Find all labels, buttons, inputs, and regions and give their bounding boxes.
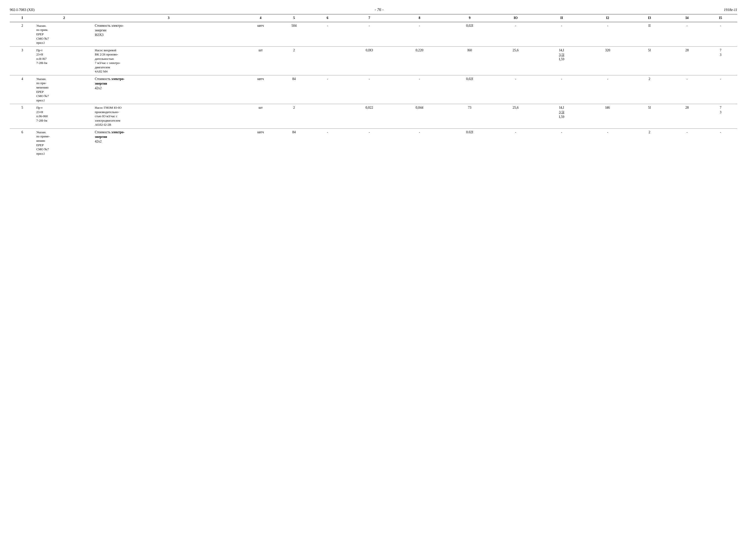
col-header-2: 2 <box>35 15 94 22</box>
table-row: 5 Пр-т 23-0I п.06-060 7-28I-Iм Насос ГНО… <box>10 104 737 129</box>
row-num: 5 <box>10 104 35 129</box>
row-col10: - <box>495 128 537 157</box>
row-col3: Стоимость электро- энергии 42х2 <box>94 75 244 104</box>
row-col9: 0,02I <box>445 22 495 47</box>
row-col6 <box>311 47 344 75</box>
col-header-10: IO <box>495 15 537 22</box>
row-col6: - <box>311 128 344 157</box>
row-col3: Стоимость электро- энергии I63Х3 <box>94 22 244 47</box>
row-col4: квтч <box>244 22 278 47</box>
row-col14: - <box>670 22 704 47</box>
row-col7: - <box>344 75 394 104</box>
row-col10: - <box>495 75 537 104</box>
row-col12: - <box>587 75 628 104</box>
row-col14: 28 <box>670 104 704 129</box>
row-col8: 0,220 <box>394 47 444 75</box>
table-row: 6 Указан. по приме- нению ЕРЕР СМО №7 пр… <box>10 128 737 157</box>
row-col9: 0,02I <box>445 75 495 104</box>
col-header-12: I2 <box>587 15 628 22</box>
row-col7: 0,022 <box>344 104 394 129</box>
row-col10: - <box>495 22 537 47</box>
row-num: 6 <box>10 128 35 157</box>
row-col14: - <box>670 75 704 104</box>
row-col13: 5I <box>628 47 670 75</box>
row-col15: 73 <box>704 47 737 75</box>
row-col7: - <box>344 22 394 47</box>
row-col2: Пр-т 23-0I п.0I-I67 7-28I-Iм <box>35 47 94 75</box>
row-col9: 0.02I <box>445 128 495 157</box>
row-col10: 25,6 <box>495 47 537 75</box>
row-col8: - <box>394 75 444 104</box>
row-col4: шт <box>244 47 278 75</box>
col-header-9: 9 <box>445 15 495 22</box>
row-col14: 28 <box>670 47 704 75</box>
row-col12: - <box>587 128 628 157</box>
row-col15: 73 <box>704 104 737 129</box>
row-num: 2 <box>10 22 35 47</box>
row-col5: 2 <box>277 47 311 75</box>
main-table: I 2 3 4 5 6 7 8 9 IO II I2 I3 I4 I5 2 Ук… <box>10 15 737 157</box>
table-row: 2 Указан. по прим. ЕРЕР СМО №7 прил.I Ст… <box>10 22 737 47</box>
row-col5: 2 <box>277 104 311 129</box>
row-col3: Насос ГНОМ IO-IO производительно- стью I… <box>94 104 244 129</box>
row-col13: II <box>628 22 670 47</box>
row-col15: - <box>704 75 737 104</box>
row-col13: 2 <box>628 128 670 157</box>
col-header-7: 7 <box>344 15 394 22</box>
row-col15: - <box>704 128 737 157</box>
row-col2: Пр-т 23-0I п.06-060 7-28I-Iм <box>35 104 94 129</box>
row-col10: 25,6 <box>495 104 537 129</box>
row-col8: - <box>394 22 444 47</box>
row-col8: - <box>394 128 444 157</box>
row-col9: 73 <box>445 104 495 129</box>
page-header: 902-I-7083 (XII) - 76 - 1918e-11 <box>10 7 737 12</box>
row-col15: - <box>704 22 737 47</box>
row-num: 3 <box>10 47 35 75</box>
col-header-13: I3 <box>628 15 670 22</box>
row-col11: - <box>537 75 587 104</box>
col-header-3: 3 <box>94 15 244 22</box>
row-col11: - <box>537 128 587 157</box>
row-col5: 84 <box>277 75 311 104</box>
doc-date: 1918e-11 <box>724 8 737 12</box>
row-col13: 2 <box>628 75 670 104</box>
col-header-11: II <box>537 15 587 22</box>
col-header-1: I <box>10 15 35 22</box>
row-col6 <box>311 104 344 129</box>
col-header-8: 8 <box>394 15 444 22</box>
row-col5: 84 <box>277 128 311 157</box>
col-header-6: 6 <box>311 15 344 22</box>
row-col11: - <box>537 22 587 47</box>
row-col2: Указан. по прим. ЕРЕР СМО №7 прил.I <box>35 22 94 47</box>
row-col13: 5I <box>628 104 670 129</box>
row-col11: I4,I 3,5I I,59 <box>537 104 587 129</box>
col-header-4: 4 <box>244 15 278 22</box>
row-col7: - <box>344 128 394 157</box>
row-col5: 504 <box>277 22 311 47</box>
table-row: 3 Пр-т 23-0I п.0I-I67 7-28I-Iм Насос вих… <box>10 47 737 75</box>
row-col3: Насос вихревой ВК 2/26 произво- дительно… <box>94 47 244 75</box>
row-col6: - <box>311 22 344 47</box>
row-col7: 0,IIO <box>344 47 394 75</box>
col-header-14: I4 <box>670 15 704 22</box>
row-col4: шт <box>244 104 278 129</box>
col-header-15: I5 <box>704 15 737 22</box>
row-col2: Указан. по приме- нению ЕРЕР СМО №7 прил… <box>35 128 94 157</box>
row-col9: I60 <box>445 47 495 75</box>
column-header-row: I 2 3 4 5 6 7 8 9 IO II I2 I3 I4 I5 <box>10 15 737 22</box>
row-col12: I46 <box>587 104 628 129</box>
row-col11: I4,I 3,5I I,59 <box>537 47 587 75</box>
row-col3: Стоимость электро- энергии 42х2 <box>94 128 244 157</box>
row-col8: 0,044 <box>394 104 444 129</box>
row-col4: квтч <box>244 128 278 157</box>
row-col14: - <box>670 128 704 157</box>
row-col4: квтч <box>244 75 278 104</box>
col-header-5: 5 <box>277 15 311 22</box>
row-col6: - <box>311 75 344 104</box>
row-col12: - <box>587 22 628 47</box>
row-num: 4 <box>10 75 35 104</box>
page-number: - 76 - <box>375 7 384 12</box>
row-col2: Указан. по при- менению ЕРЕР СМО №7 прил… <box>35 75 94 104</box>
doc-number: 902-I-7083 (XII) <box>10 8 34 12</box>
table-row: 4 Указан. по при- менению ЕРЕР СМО №7 пр… <box>10 75 737 104</box>
